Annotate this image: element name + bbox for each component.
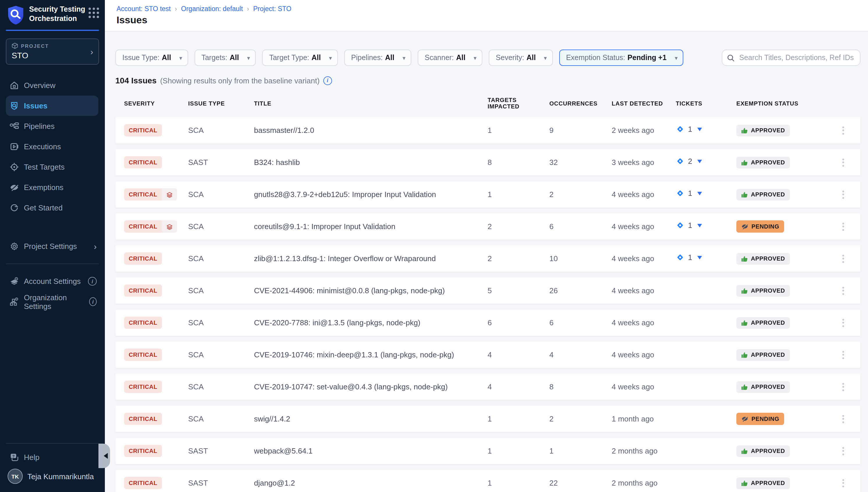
info-icon[interactable]: i <box>88 277 97 286</box>
occurrences-cell: 8 <box>549 383 612 391</box>
filter-chip[interactable]: Severity: All ▾ <box>489 50 553 66</box>
table-row[interactable]: CRITICAL SCA CVE-2020-7788: ini@1.3.5 (l… <box>115 310 861 336</box>
sidebar-item-test-targets[interactable]: Test Targets <box>0 157 105 177</box>
table-row[interactable]: CRITICAL SCA CVE-2021-44906: minimist@0.… <box>115 277 861 304</box>
table-row[interactable]: CRITICAL SCA coreutils@9.1-1: Improper I… <box>115 213 861 240</box>
issue-title[interactable]: CVE-2019-10747: set-value@0.4.3 (lang-pk… <box>254 383 488 391</box>
filter-chip[interactable]: Targets: All ▾ <box>194 50 256 66</box>
pipelines-icon <box>9 121 19 131</box>
app-switcher-icon[interactable] <box>88 7 99 18</box>
sidebar-collapse-handle[interactable] <box>99 444 110 468</box>
filter-chip[interactable]: Pipelines: All ▾ <box>344 50 411 66</box>
issue-title[interactable]: CVE-2020-7788: ini@1.3.5 (lang-pkgs, nod… <box>254 318 488 327</box>
tickets-cell: 2 <box>676 157 736 168</box>
sidebar-item-executions[interactable]: Executions <box>0 137 105 157</box>
info-icon[interactable]: i <box>323 76 332 85</box>
table-row[interactable]: CRITICAL SAST django@1.2 1 22 2 months a… <box>115 470 861 492</box>
chevron-right-icon: › <box>94 242 97 251</box>
ticket-group[interactable]: 2 <box>676 157 702 166</box>
issue-title[interactable]: webpack@5.64.1 <box>254 446 488 455</box>
sidebar-item-exemptions[interactable]: Exemptions <box>0 177 105 198</box>
filter-chip[interactable]: Target Type: All ▾ <box>262 50 338 66</box>
app-window: Security Testing Orchestration PROJECT S… <box>0 0 868 492</box>
issue-title[interactable]: gnutls28@3.7.9-2+deb12u5: Improper Input… <box>254 190 488 199</box>
row-menu-button[interactable] <box>839 126 847 134</box>
sidebar-item-issues[interactable]: Issues <box>6 96 99 116</box>
table-row[interactable]: CRITICAL SCA CVE-2019-10746: mixin-deep@… <box>115 342 861 368</box>
issue-title[interactable]: coreutils@9.1-1: Improper Input Validati… <box>254 222 488 231</box>
row-menu-button[interactable] <box>839 319 847 327</box>
ticket-group[interactable]: 1 <box>676 125 702 133</box>
breadcrumb-organization[interactable]: Organization: default <box>181 5 243 12</box>
row-menu-button[interactable] <box>839 351 847 359</box>
sidebar-item-pipelines[interactable]: Pipelines <box>0 116 105 137</box>
severity-badge: CRITICAL <box>124 220 177 232</box>
filter-chip[interactable]: Issue Type: All ▾ <box>115 50 188 66</box>
issues-count-line: 104 Issues (Showing results only from th… <box>115 76 861 85</box>
row-menu-button[interactable] <box>839 222 847 230</box>
user-menu[interactable]: TK Teja Kummarikuntla <box>0 468 105 492</box>
last-detected-cell: 4 weeks ago <box>612 350 676 359</box>
sidebar-item-overview[interactable]: Overview <box>0 75 105 96</box>
info-icon[interactable]: i <box>89 297 97 306</box>
row-menu-button[interactable] <box>839 254 847 263</box>
table-row[interactable]: CRITICAL SAST B324: hashlib 8 32 3 weeks… <box>115 149 861 175</box>
table-row[interactable]: CRITICAL SCA CVE-2019-10747: set-value@0… <box>115 374 861 400</box>
exemption-status-cell: APPROVED <box>736 317 839 328</box>
search-input[interactable] <box>738 53 855 63</box>
ticket-count: 1 <box>688 125 692 133</box>
issue-title[interactable]: django@1.2 <box>254 478 488 487</box>
filter-chip[interactable]: Exemption Status: Pending +1 ▾ <box>559 50 683 66</box>
issue-title[interactable]: zlib@1:1.2.13.dfsg-1: Integer Overflow o… <box>254 254 488 263</box>
sidebar-item-get-started[interactable]: Get Started <box>0 198 105 218</box>
issue-title[interactable]: bassmaster//1.2.0 <box>254 126 488 135</box>
table-row[interactable]: CRITICAL SCA gnutls28@3.7.9-2+deb12u5: I… <box>115 181 861 207</box>
table-row[interactable]: CRITICAL SAST webpack@5.64.1 1 1 2 month… <box>115 438 861 464</box>
sidebar-item-project-settings[interactable]: Project Settings › <box>0 236 105 256</box>
col-issue-type: ISSUE TYPE <box>188 100 254 106</box>
chevron-down-icon: ▾ <box>247 54 250 61</box>
target-icon <box>9 162 19 172</box>
tickets-cell: 1 <box>676 125 736 136</box>
breadcrumb-project[interactable]: Project: STO <box>253 5 291 12</box>
severity-label: CRITICAL <box>124 413 162 425</box>
row-menu-button[interactable] <box>839 447 847 455</box>
breadcrumb-account[interactable]: Account: STO test <box>116 5 171 12</box>
filter-chip[interactable]: Scanner: All ▾ <box>418 50 482 66</box>
thumbs-up-icon <box>741 351 748 358</box>
severity-cell: CRITICAL <box>124 381 188 393</box>
occurrences-cell: 22 <box>549 478 612 487</box>
ticket-group[interactable]: 1 <box>676 221 702 230</box>
home-icon <box>9 80 19 90</box>
ticket-group[interactable]: 1 <box>676 189 702 198</box>
project-selector[interactable]: PROJECT STO › <box>6 39 99 65</box>
jira-ticket-icon <box>676 125 684 133</box>
table-row[interactable]: CRITICAL SCA bassmaster//1.2.0 1 9 2 wee… <box>115 117 861 143</box>
issue-title[interactable]: B324: hashlib <box>254 158 488 167</box>
filter-label: Exemption Status: <box>566 54 625 62</box>
row-menu-button[interactable] <box>839 415 847 423</box>
table-row[interactable]: CRITICAL SCA swig//1.4.2 1 2 1 month ago… <box>115 406 861 432</box>
tickets-cell: 1 <box>676 253 736 264</box>
issue-title[interactable]: swig//1.4.2 <box>254 415 488 423</box>
chevron-separator-icon: › <box>247 5 249 12</box>
sidebar-item-help[interactable]: ? Help <box>0 447 105 468</box>
row-menu-button[interactable] <box>839 383 847 391</box>
filters-row: Issue Type: All ▾ Targets: All ▾ Target … <box>115 50 861 66</box>
sidebar-item-organization-settings[interactable]: Organization Settings i <box>0 292 105 312</box>
ticket-group[interactable]: 1 <box>676 253 702 262</box>
issue-type-cell: SCA <box>188 126 254 135</box>
filter-value: All <box>526 54 536 62</box>
table-row[interactable]: CRITICAL SCA zlib@1:1.2.13.dfsg-1: Integ… <box>115 245 861 272</box>
filter-label: Issue Type: <box>122 54 159 62</box>
project-name: STO <box>12 51 90 60</box>
row-menu-button[interactable] <box>839 287 847 295</box>
row-menu-button[interactable] <box>839 158 847 167</box>
issue-type-cell: SCA <box>188 222 254 231</box>
issue-title[interactable]: CVE-2021-44906: minimist@0.0.8 (lang-pkg… <box>254 286 488 295</box>
issue-title[interactable]: CVE-2019-10746: mixin-deep@1.3.1 (lang-p… <box>254 350 488 359</box>
row-menu-button[interactable] <box>839 479 847 487</box>
sidebar-item-account-settings[interactable]: Account Settings i <box>0 271 105 292</box>
eye-off-icon <box>741 415 748 423</box>
row-menu-button[interactable] <box>839 190 847 198</box>
